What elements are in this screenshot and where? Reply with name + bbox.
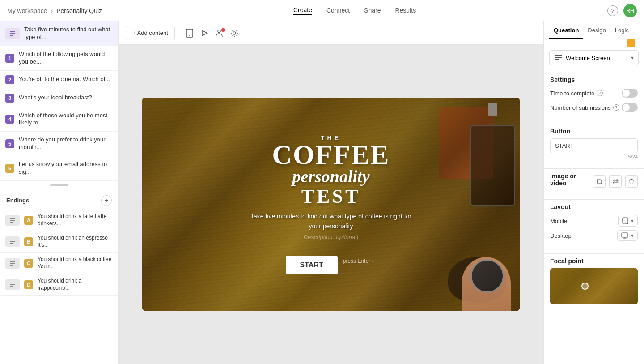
svg-point-18 [218,30,220,33]
q2-text: You're off to the cinema. Which of... [19,76,113,83]
start-section: START press Enter ↵ [286,248,377,274]
media-delete-button[interactable] [625,175,638,188]
button-section: Button 5/24 [544,128,644,165]
mobile-layout-row: Mobile ▾ [550,215,638,227]
q5-badge: 5 [5,139,14,148]
ending-a-text: You should drink a latte Latte drinkers.… [38,213,113,227]
svg-rect-11 [10,265,13,266]
sidebar-item-q2[interactable]: 2 You're off to the cinema. Which of... [0,71,118,89]
press-enter-text: press Enter ↵ [343,258,377,264]
add-ending-button[interactable]: + [101,195,112,206]
svg-rect-0 [10,31,15,32]
endings-label: Endings [6,197,29,204]
sidebar-item-q5[interactable]: 5 Where do you prefer to drink your morn… [0,132,118,156]
svg-rect-7 [10,241,15,242]
desktop-layout-controls: ▾ [617,230,638,241]
play-icon[interactable] [201,30,208,37]
title-test: TEST [272,185,390,208]
tab-create[interactable]: Create [293,6,312,15]
canvas-description-placeholder: Description (optional) [304,234,359,240]
time-to-complete-toggle[interactable] [622,89,638,98]
svg-point-25 [625,223,626,223]
media-header: Image or video [550,172,638,190]
panel-tab-design[interactable]: Design [583,21,610,39]
tab-connect[interactable]: Connect [326,7,350,15]
q1-text: Which of the following pets would you be… [19,51,113,66]
layout-label: Layout [550,203,638,210]
media-copy-button[interactable] [593,175,606,188]
focal-point-marker[interactable] [581,283,589,290]
time-to-complete-row: Time to complete ? [550,89,638,98]
q4-badge: 4 [5,115,14,124]
submissions-info-icon[interactable]: ? [613,104,619,111]
help-icon[interactable]: ? [607,5,618,16]
button-label: Button [550,128,638,135]
q1-badge: 1 [5,54,14,63]
ending-c-text: You should drink a black coffee You'r... [38,256,113,270]
desktop-icon [621,232,628,239]
svg-rect-4 [10,220,15,221]
layout-section: Layout Mobile ▾ Desktop [544,203,644,250]
preview-person-icon[interactable] [215,29,223,37]
mobile-preview-icon[interactable] [186,29,194,38]
notification-area [544,39,644,45]
panel-tab-logic[interactable]: Logic [610,21,633,39]
settings-icon[interactable] [230,29,238,37]
svg-rect-6 [10,240,15,240]
panel-type-label: Welcome Screen [566,55,627,61]
desktop-layout-button[interactable]: ▾ [617,230,638,241]
button-input[interactable] [550,138,638,153]
title-coffee: COFFEE [272,141,390,168]
ending-b-badge: B [24,237,33,246]
svg-rect-1 [10,33,15,34]
nav-tabs: Create Connect Share Results [293,6,416,15]
ending-item-b[interactable]: B You should drink an espresso It's... [0,231,118,253]
canvas-preview: THE COFFEE personality TEST Take five mi… [142,98,520,311]
ending-item-a[interactable]: A You should drink a latte Latte drinker… [0,210,118,231]
submissions-toggle[interactable] [622,103,638,112]
q3-badge: 3 [5,94,14,103]
tab-results[interactable]: Results [395,7,416,15]
svg-rect-21 [555,57,562,58]
ending-item-c[interactable]: C You should drink a black coffee You'r.… [0,253,118,274]
q5-text: Where do you prefer to drink your mornin… [19,136,113,151]
panel-type-dropdown[interactable]: Welcome Screen ▾ [549,50,639,65]
svg-rect-3 [10,218,15,219]
desktop-label: Desktop [550,232,572,239]
focal-section: Focal point [544,257,644,304]
ending-item-d[interactable]: D You should drink a frappuccino... [0,274,118,295]
add-content-button[interactable]: + Add content [126,26,175,40]
breadcrumb-separator: › [51,7,53,14]
sidebar-item-welcome[interactable]: Take five minutes to find out what type … [0,21,118,46]
toolbar-icons [186,29,238,38]
svg-rect-13 [10,284,15,285]
svg-rect-14 [10,286,13,287]
media-swap-button[interactable] [609,175,622,188]
mobile-layout-controls: ▾ [618,215,638,227]
submissions-toggle-knob [623,104,630,111]
svg-rect-9 [10,261,15,262]
mobile-label: Mobile [550,218,567,224]
svg-marker-17 [202,30,207,36]
sidebar-item-q6[interactable]: 6 Let us know your email address to sig.… [0,156,118,181]
sidebar-item-q3[interactable]: 3 What's your ideal breakfast? [0,89,118,107]
focal-preview[interactable] [550,268,638,304]
start-button[interactable]: START [286,256,338,274]
mobile-layout-button[interactable]: ▾ [618,215,638,227]
svg-rect-26 [622,233,628,237]
avatar[interactable]: RH [623,4,637,17]
sidebar-item-q4[interactable]: 4 Which of these would you be most likel… [0,107,118,132]
coffee-title-block: THE COFFEE personality TEST [272,134,390,208]
svg-rect-23 [598,180,602,184]
dropdown-chevron-icon: ▾ [631,55,634,61]
time-info-icon[interactable]: ? [597,90,603,96]
svg-rect-22 [555,59,559,60]
svg-rect-10 [10,263,15,264]
sidebar-item-q1[interactable]: 1 Which of the following pets would you … [0,46,118,71]
workspace-link[interactable]: My workspace [7,7,47,14]
canvas-body: THE COFFEE personality TEST Take five mi… [119,45,543,364]
canvas-toolbar: + Add content [119,21,543,45]
panel-tab-question[interactable]: Question [549,21,583,39]
tab-share[interactable]: Share [364,7,381,15]
media-section: Image or video [544,172,644,196]
